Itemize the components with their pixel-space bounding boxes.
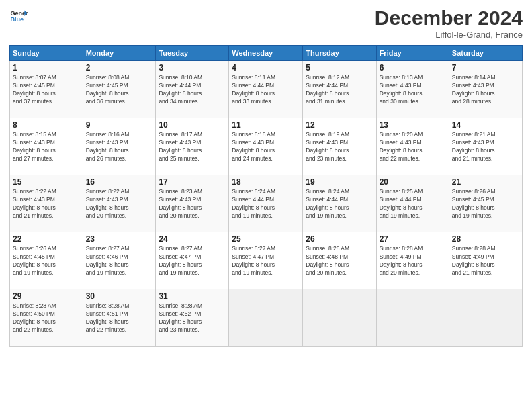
day-detail: Sunrise: 8:19 AM Sunset: 4:43 PM Dayligh… [306, 131, 373, 163]
day-detail: Sunrise: 8:27 AM Sunset: 4:47 PM Dayligh… [232, 245, 300, 277]
calendar-cell [303, 289, 376, 347]
day-number: 4 [232, 63, 300, 73]
day-number: 28 [452, 234, 519, 244]
location: Liffol-le-Grand, France [375, 30, 523, 40]
day-number: 25 [232, 234, 300, 244]
calendar-cell: 16Sunrise: 8:22 AM Sunset: 4:43 PM Dayli… [83, 175, 156, 232]
day-number: 3 [159, 63, 226, 73]
day-number: 21 [452, 177, 519, 187]
day-number: 30 [86, 291, 153, 301]
day-detail: Sunrise: 8:28 AM Sunset: 4:49 PM Dayligh… [452, 245, 519, 277]
calendar-cell: 25Sunrise: 8:27 AM Sunset: 4:47 PM Dayli… [229, 232, 303, 289]
day-detail: Sunrise: 8:26 AM Sunset: 4:45 PM Dayligh… [13, 245, 80, 277]
calendar-cell: 13Sunrise: 8:20 AM Sunset: 4:43 PM Dayli… [376, 118, 449, 175]
day-detail: Sunrise: 8:16 AM Sunset: 4:43 PM Dayligh… [86, 131, 153, 163]
day-number: 6 [380, 63, 446, 73]
day-number: 26 [306, 234, 373, 244]
calendar-week-row: 8Sunrise: 8:15 AM Sunset: 4:43 PM Daylig… [10, 118, 523, 175]
day-number: 5 [306, 63, 373, 73]
logo: General Blue [9, 7, 28, 26]
day-number: 22 [13, 234, 80, 244]
day-number: 2 [86, 63, 153, 73]
day-number: 24 [159, 234, 226, 244]
calendar-cell: 15Sunrise: 8:22 AM Sunset: 4:43 PM Dayli… [10, 175, 83, 232]
day-detail: Sunrise: 8:20 AM Sunset: 4:43 PM Dayligh… [380, 131, 446, 163]
svg-text:Blue: Blue [10, 16, 24, 23]
calendar-cell: 19Sunrise: 8:24 AM Sunset: 4:44 PM Dayli… [303, 175, 376, 232]
calendar-cell: 21Sunrise: 8:26 AM Sunset: 4:45 PM Dayli… [449, 175, 522, 232]
day-number: 7 [452, 63, 519, 73]
calendar-cell: 18Sunrise: 8:24 AM Sunset: 4:44 PM Dayli… [229, 175, 303, 232]
day-header-tuesday: Tuesday [156, 46, 229, 61]
calendar-cell: 30Sunrise: 8:28 AM Sunset: 4:51 PM Dayli… [83, 289, 156, 347]
day-detail: Sunrise: 8:28 AM Sunset: 4:50 PM Dayligh… [13, 302, 80, 334]
calendar-cell: 5Sunrise: 8:12 AM Sunset: 4:44 PM Daylig… [303, 61, 376, 118]
day-header-sunday: Sunday [10, 46, 83, 61]
day-number: 19 [306, 177, 373, 187]
calendar-cell: 4Sunrise: 8:11 AM Sunset: 4:44 PM Daylig… [229, 61, 303, 118]
day-detail: Sunrise: 8:15 AM Sunset: 4:43 PM Dayligh… [13, 131, 80, 163]
day-number: 29 [13, 291, 80, 301]
calendar-cell: 26Sunrise: 8:28 AM Sunset: 4:48 PM Dayli… [303, 232, 376, 289]
page-header: General Blue December 2024 Liffol-le-Gra… [9, 7, 523, 40]
calendar-cell: 22Sunrise: 8:26 AM Sunset: 4:45 PM Dayli… [10, 232, 83, 289]
day-number: 17 [159, 177, 226, 187]
day-detail: Sunrise: 8:14 AM Sunset: 4:43 PM Dayligh… [452, 74, 519, 106]
day-detail: Sunrise: 8:13 AM Sunset: 4:43 PM Dayligh… [380, 74, 446, 106]
calendar-week-row: 22Sunrise: 8:26 AM Sunset: 4:45 PM Dayli… [10, 232, 523, 289]
day-detail: Sunrise: 8:21 AM Sunset: 4:43 PM Dayligh… [452, 131, 519, 163]
day-number: 9 [86, 120, 153, 130]
day-detail: Sunrise: 8:28 AM Sunset: 4:52 PM Dayligh… [159, 302, 226, 334]
calendar-cell: 11Sunrise: 8:18 AM Sunset: 4:43 PM Dayli… [229, 118, 303, 175]
calendar-cell [376, 289, 449, 347]
calendar-cell: 29Sunrise: 8:28 AM Sunset: 4:50 PM Dayli… [10, 289, 83, 347]
day-header-thursday: Thursday [303, 46, 376, 61]
day-number: 8 [13, 120, 80, 130]
calendar-cell: 10Sunrise: 8:17 AM Sunset: 4:43 PM Dayli… [156, 118, 229, 175]
calendar-cell [229, 289, 303, 347]
day-detail: Sunrise: 8:24 AM Sunset: 4:44 PM Dayligh… [232, 188, 300, 220]
calendar-cell: 23Sunrise: 8:27 AM Sunset: 4:46 PM Dayli… [83, 232, 156, 289]
calendar-cell: 9Sunrise: 8:16 AM Sunset: 4:43 PM Daylig… [83, 118, 156, 175]
calendar-cell: 28Sunrise: 8:28 AM Sunset: 4:49 PM Dayli… [449, 232, 522, 289]
day-number: 23 [86, 234, 153, 244]
day-detail: Sunrise: 8:28 AM Sunset: 4:48 PM Dayligh… [306, 245, 373, 277]
day-number: 11 [232, 120, 300, 130]
day-header-wednesday: Wednesday [229, 46, 303, 61]
day-number: 15 [13, 177, 80, 187]
calendar-cell: 27Sunrise: 8:28 AM Sunset: 4:49 PM Dayli… [376, 232, 449, 289]
day-detail: Sunrise: 8:27 AM Sunset: 4:46 PM Dayligh… [86, 245, 153, 277]
day-number: 31 [159, 291, 226, 301]
title-block: December 2024 Liffol-le-Grand, France [375, 7, 523, 40]
day-detail: Sunrise: 8:28 AM Sunset: 4:49 PM Dayligh… [380, 245, 446, 277]
calendar-week-row: 15Sunrise: 8:22 AM Sunset: 4:43 PM Dayli… [10, 175, 523, 232]
calendar-cell: 1Sunrise: 8:07 AM Sunset: 4:45 PM Daylig… [10, 61, 83, 118]
calendar-cell: 12Sunrise: 8:19 AM Sunset: 4:43 PM Dayli… [303, 118, 376, 175]
calendar-table: SundayMondayTuesdayWednesdayThursdayFrid… [9, 45, 523, 347]
day-number: 20 [380, 177, 446, 187]
calendar-cell [449, 289, 522, 347]
day-detail: Sunrise: 8:07 AM Sunset: 4:45 PM Dayligh… [13, 74, 80, 106]
day-header-friday: Friday [376, 46, 449, 61]
calendar-cell: 8Sunrise: 8:15 AM Sunset: 4:43 PM Daylig… [10, 118, 83, 175]
day-detail: Sunrise: 8:18 AM Sunset: 4:43 PM Dayligh… [232, 131, 300, 163]
day-number: 14 [452, 120, 519, 130]
month-title: December 2024 [375, 7, 523, 30]
day-number: 13 [380, 120, 446, 130]
calendar-cell: 31Sunrise: 8:28 AM Sunset: 4:52 PM Dayli… [156, 289, 229, 347]
calendar-cell: 24Sunrise: 8:27 AM Sunset: 4:47 PM Dayli… [156, 232, 229, 289]
calendar-cell: 3Sunrise: 8:10 AM Sunset: 4:44 PM Daylig… [156, 61, 229, 118]
day-number: 27 [380, 234, 446, 244]
calendar-cell: 7Sunrise: 8:14 AM Sunset: 4:43 PM Daylig… [449, 61, 522, 118]
day-detail: Sunrise: 8:27 AM Sunset: 4:47 PM Dayligh… [159, 245, 226, 277]
day-detail: Sunrise: 8:22 AM Sunset: 4:43 PM Dayligh… [13, 188, 80, 220]
day-detail: Sunrise: 8:22 AM Sunset: 4:43 PM Dayligh… [86, 188, 153, 220]
day-number: 10 [159, 120, 226, 130]
day-detail: Sunrise: 8:24 AM Sunset: 4:44 PM Dayligh… [306, 188, 373, 220]
day-detail: Sunrise: 8:17 AM Sunset: 4:43 PM Dayligh… [159, 131, 226, 163]
day-number: 1 [13, 63, 80, 73]
calendar-cell: 20Sunrise: 8:25 AM Sunset: 4:44 PM Dayli… [376, 175, 449, 232]
day-detail: Sunrise: 8:23 AM Sunset: 4:43 PM Dayligh… [159, 188, 226, 220]
day-number: 16 [86, 177, 153, 187]
day-header-saturday: Saturday [449, 46, 522, 61]
